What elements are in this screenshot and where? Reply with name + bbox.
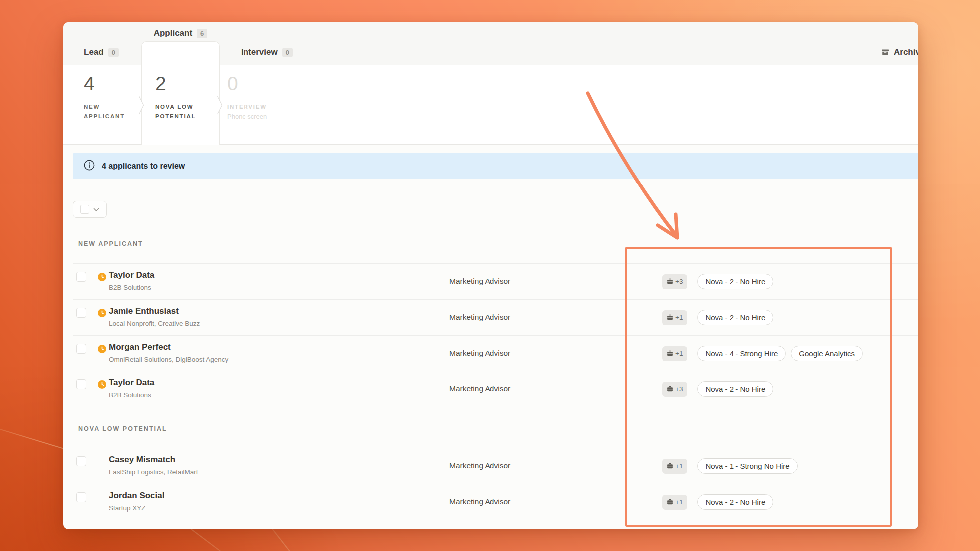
pending-clock-icon [98,380,106,389]
tab-applicant-count-badge: 6 [197,29,207,38]
chevron-down-icon [93,205,99,214]
candidate-name[interactable]: Jamie Enthusiast [109,306,200,317]
candidate-role: Marketing Advisor [449,497,510,506]
candidate-company: FastShip Logistics, RetailMart [109,468,198,476]
stage-card-nova-low-potential[interactable]: 2 NOVA LOW POTENTIAL [155,73,196,121]
candidate-name[interactable]: Casey Mismatch [109,454,198,465]
stage-count: 0 [227,73,267,94]
applicant-row[interactable]: Jamie Enthusiast Local Nonprofit, Creati… [63,299,918,335]
applicant-row[interactable]: Casey Mismatch FastShip Logistics, Retai… [63,448,918,484]
rating-tag[interactable]: Nova - 2 - No Hire [697,494,773,510]
ats-window: Lead 0 Interview 0 Archived Applicant 6 [63,22,918,529]
row-checkbox[interactable] [76,492,86,502]
stage-card-new-applicant[interactable]: 4 NEW APPLICANT [84,73,125,121]
info-icon [84,160,95,173]
applicant-row[interactable]: Taylor Data B2B Solutions Marketing Advi… [63,263,918,299]
rating-tag[interactable]: Nova - 2 - No Hire [697,274,773,289]
pending-clock-icon [98,309,106,317]
stage-count: 2 [155,73,196,94]
stage-card-interview[interactable]: 0 INTERVIEW Phone screen [227,73,267,121]
row-checkbox[interactable] [76,272,86,282]
archived-button[interactable]: Archived [881,47,918,57]
rating-tag[interactable]: Nova - 2 - No Hire [697,310,773,325]
pending-clock-icon [98,345,106,353]
experience-count: +1 [675,462,683,470]
stage-count: 4 [84,73,125,94]
applicant-row[interactable]: Jordan Social Startup XYZ Marketing Advi… [63,484,918,520]
experience-badge[interactable]: +1 [662,346,687,361]
experience-badge[interactable]: +1 [662,459,687,474]
tab-lead[interactable]: Lead 0 [84,47,119,57]
archive-icon [881,48,889,56]
candidate-company: OmniRetail Solutions, DigiBoost Agency [109,355,228,364]
rating-tag[interactable]: Nova - 1 - Strong No Hire [697,458,797,474]
candidate-name[interactable]: Morgan Perfect [109,342,228,353]
review-info-banner: 4 applicants to review [73,153,918,179]
experience-count: +1 [675,350,683,357]
pending-clock-icon [98,273,106,281]
archived-label: Archived [894,47,918,57]
candidate-role: Marketing Advisor [449,461,510,470]
tab-lead-label: Lead [84,47,104,57]
experience-count: +3 [675,385,683,393]
candidate-company: Local Nonprofit, Creative Buzz [109,319,200,328]
tab-interview-label: Interview [241,47,278,57]
stage-separator-chevron [138,96,145,115]
candidate-role: Marketing Advisor [449,349,510,358]
tab-interview-count-badge: 0 [282,48,293,57]
candidate-name[interactable]: Taylor Data [109,270,154,281]
stage-label-line1: NEW [84,102,125,112]
stage-separator-chevron [217,96,223,115]
row-checkbox[interactable] [76,344,86,354]
stage-label-line1: INTERVIEW [227,102,267,112]
experience-badge[interactable]: +1 [662,310,687,325]
applicant-row[interactable]: Morgan Perfect OmniRetail Solutions, Dig… [63,335,918,371]
tab-lead-count-badge: 0 [108,48,119,57]
row-checkbox[interactable] [76,379,86,389]
candidate-company: Startup XYZ [109,504,164,512]
section-header-new-applicant: NEW APPLICANT [78,240,143,247]
experience-badge[interactable]: +1 [662,495,687,510]
stage-label-line2: POTENTIAL [155,112,196,121]
rating-tag[interactable]: Nova - 2 - No Hire [697,381,773,397]
candidate-name[interactable]: Jordan Social [109,490,164,501]
stage-label-line2: Phone screen [227,112,267,121]
candidate-company: B2B Solutions [109,283,154,292]
tab-interview[interactable]: Interview 0 [241,47,293,57]
section-header-nova-low-potential: NOVA LOW POTENTIAL [78,425,167,432]
experience-badge[interactable]: +3 [662,274,687,289]
stage-label-line1: NOVA LOW [155,102,196,112]
rating-tag[interactable]: Nova - 4 - Strong Hire [697,346,786,361]
row-checkbox[interactable] [76,308,86,318]
tab-applicant-label: Applicant [154,28,192,38]
banner-text: 4 applicants to review [102,162,185,171]
select-all-dropdown[interactable] [73,201,107,218]
candidate-role: Marketing Advisor [449,313,510,322]
select-all-checkbox[interactable] [80,205,89,214]
candidate-role: Marketing Advisor [449,384,510,393]
skill-tag[interactable]: Google Analytics [791,346,863,361]
applicant-row[interactable]: Taylor Data B2B Solutions Marketing Advi… [63,371,918,407]
experience-badge[interactable]: +3 [662,382,687,397]
experience-count: +3 [675,278,683,285]
experience-count: +1 [675,498,683,506]
stage-label-line2: APPLICANT [84,112,125,121]
row-checkbox[interactable] [76,456,86,466]
desktop-wallpaper: Lead 0 Interview 0 Archived Applicant 6 [0,0,980,551]
experience-count: +1 [675,314,683,321]
candidate-role: Marketing Advisor [449,277,510,286]
candidate-company: B2B Solutions [109,391,154,399]
tab-applicant[interactable]: Applicant 6 [141,28,220,38]
candidate-name[interactable]: Taylor Data [109,377,154,388]
